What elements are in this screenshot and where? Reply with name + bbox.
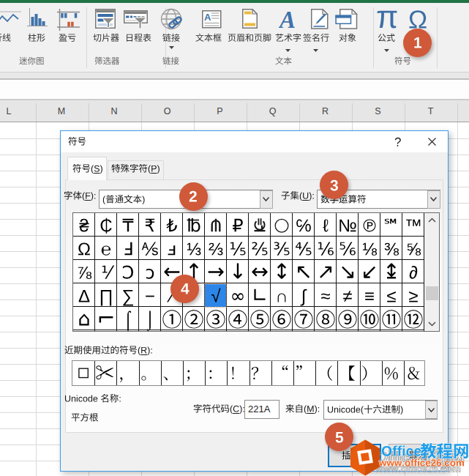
svg-text:A: A: [204, 11, 211, 22]
svg-text:A: A: [279, 9, 296, 29]
